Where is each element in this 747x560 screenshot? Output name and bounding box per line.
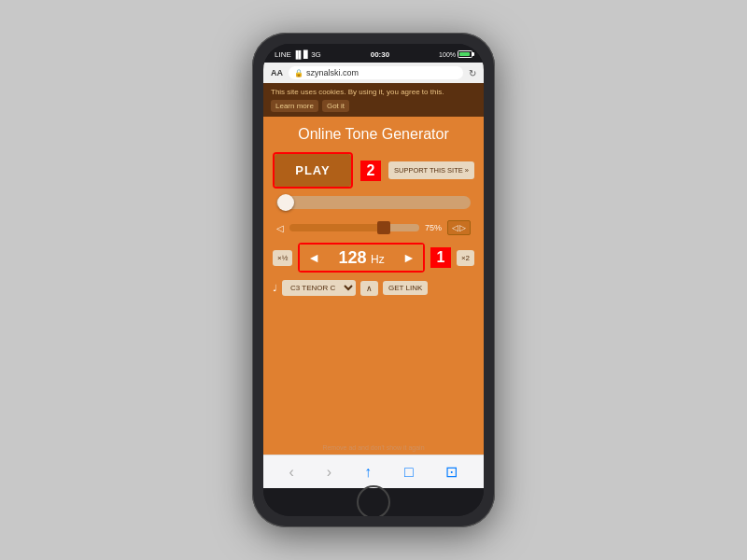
forward-button[interactable]: › [319,460,339,484]
frequency-slider-row [273,196,474,213]
page-title: Online Tone Generator [298,126,449,143]
wave-up-button[interactable]: ∧ [360,281,378,296]
frequency-slider[interactable] [276,196,471,209]
badge-2: 2 [360,161,381,181]
signal-bars: ▐▌▊ [293,50,309,59]
home-button[interactable] [357,485,390,516]
play-button-wrapper: PLAY [273,152,353,189]
time-display: 00:30 [371,50,389,59]
get-link-button[interactable]: GET LINK [383,281,428,295]
note-icon: ♩ [273,283,277,293]
ad-area: Remove ad and don't show it again [322,444,424,455]
volume-down-icon: ◁ [276,223,284,233]
volume-percent: 75% [425,223,442,232]
cookie-buttons: Learn more Got it [271,100,476,112]
status-right: 100% [439,50,472,58]
home-button-area [263,488,484,516]
volume-slider[interactable] [289,224,419,231]
learn-more-button[interactable]: Learn more [271,100,318,112]
volume-row: ◁ 75% ◁ ▷ [273,220,474,235]
play-button[interactable]: PLAY [275,154,351,187]
cookie-message: This site uses cookies. By using it, you… [271,88,476,97]
ad-text: Remove ad and don't show it again [322,444,424,451]
url-bar[interactable]: 🔒 szynalski.com [289,66,463,79]
speaker-icon: ◁ ▷ [447,220,471,235]
hz-control-row: ×½ ◄ 128 Hz ► 1 ×2 [273,243,474,273]
double-freq-button[interactable]: ×2 [457,250,474,266]
badge-1: 1 [430,247,451,268]
speaker-left-arrow: ◁ [452,223,458,232]
carrier-label: LINE [275,50,291,59]
battery-percent: 100% [439,51,456,58]
back-button[interactable]: ‹ [281,460,301,484]
aa-label[interactable]: AA [271,68,283,77]
freq-unit: Hz [371,253,385,266]
battery-icon [458,50,472,58]
hz-display: 128 Hz [328,248,395,268]
reload-icon[interactable]: ↻ [469,68,476,78]
lock-icon: 🔒 [294,69,303,77]
share-button[interactable]: ↑ [357,460,379,484]
speaker-right-arrow: ▷ [459,223,466,232]
support-button[interactable]: SUPPORT THIS SITE » [388,161,474,179]
network-label: 3G [311,50,321,59]
freq-decrease-button[interactable]: ◄ [300,245,328,271]
half-freq-button[interactable]: ×½ [273,250,292,266]
main-content: Online Tone Generator PLAY 2 SUPPORT THI… [263,117,484,455]
got-it-button[interactable]: Got it [322,100,349,112]
note-row: ♩ C3 TENOR C ∧ GET LINK [273,280,474,296]
play-row: PLAY 2 SUPPORT THIS SITE » [273,152,474,189]
freq-increase-button[interactable]: ► [395,245,423,271]
hz-wrapper: ◄ 128 Hz ► [298,243,425,273]
tabs-button[interactable]: ⊡ [438,459,465,484]
status-left: LINE ▐▌▊ 3G [275,50,321,59]
bookmarks-button[interactable]: □ [397,460,421,484]
status-bar: LINE ▐▌▊ 3G 00:30 100% [263,44,484,63]
note-select[interactable]: C3 TENOR C [282,280,356,296]
battery-fill [459,52,470,56]
browser-chrome: AA 🔒 szynalski.com ↻ [263,63,484,83]
phone-shell: LINE ▐▌▊ 3G 00:30 100% AA 🔒 szynalski.co… [252,33,495,527]
url-text: szynalski.com [306,68,359,77]
bottom-nav: ‹ › ↑ □ ⊡ [263,455,484,488]
freq-number: 128 [339,248,367,267]
phone-screen: LINE ▐▌▊ 3G 00:30 100% AA 🔒 szynalski.co… [263,44,484,516]
cookie-banner: This site uses cookies. By using it, you… [263,83,484,117]
